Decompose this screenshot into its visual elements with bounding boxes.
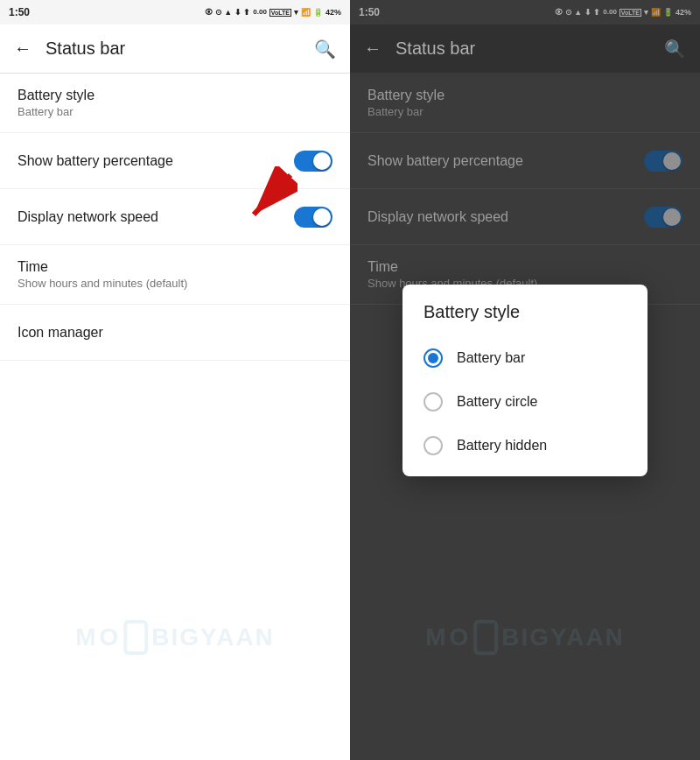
left-watermark: M O BIGYAAN bbox=[75, 620, 275, 655]
wifi-icon: ▾ bbox=[294, 9, 298, 17]
battery-percent: 42% bbox=[326, 9, 341, 17]
left-battery-style-subtitle: Battery bar bbox=[18, 105, 94, 118]
left-app-header: ← Status bar 🔍 bbox=[0, 25, 350, 74]
battery-icon: 🔋 bbox=[313, 9, 323, 17]
left-time: 1:50 bbox=[9, 6, 30, 18]
dialog-option-battery-circle[interactable]: Battery circle bbox=[402, 380, 648, 424]
right-panel: 1:50 ⦿ ⊙ ▲ ⬇ ⬆ 0.00 VoLTE ▾ 📶 🔋 42% ← St… bbox=[350, 0, 700, 760]
left-network-speed-title: Display network speed bbox=[18, 209, 158, 225]
battery-circle-label: Battery circle bbox=[457, 394, 537, 410]
data-indicator: 0.00 bbox=[253, 9, 267, 16]
dialog-option-battery-bar[interactable]: Battery bar bbox=[402, 336, 648, 380]
left-status-bar: 1:50 ⦿ ⊙ ▲ ⬇ ⬆ 0.00 VoLTE ▾ 📶 🔋 42% bbox=[0, 0, 350, 25]
left-network-speed-toggle-knob bbox=[313, 208, 331, 226]
left-icon-manager-title: Icon manager bbox=[18, 325, 103, 341]
battery-bar-label: Battery bar bbox=[457, 350, 525, 366]
left-settings-list: Battery style Battery bar Show battery p… bbox=[0, 74, 350, 760]
left-battery-pct-toggle[interactable] bbox=[294, 151, 332, 172]
left-time-subtitle: Show hours and minutes (default) bbox=[18, 277, 187, 290]
dialog-option-battery-hidden[interactable]: Battery hidden bbox=[402, 424, 648, 468]
left-header-title: Status bar bbox=[46, 39, 300, 59]
dialog-title: Battery style bbox=[402, 302, 648, 336]
left-setting-time[interactable]: Time Show hours and minutes (default) bbox=[0, 245, 350, 305]
left-setting-network-speed[interactable]: Display network speed bbox=[0, 189, 350, 245]
left-setting-battery-percentage[interactable]: Show battery percentage bbox=[0, 133, 350, 189]
battery-hidden-radio[interactable] bbox=[424, 436, 443, 455]
left-network-speed-toggle[interactable] bbox=[294, 207, 332, 228]
left-search-button[interactable]: 🔍 bbox=[314, 39, 336, 60]
battery-hidden-label: Battery hidden bbox=[457, 438, 547, 454]
left-back-button[interactable]: ← bbox=[14, 39, 32, 59]
left-time-title: Time bbox=[18, 259, 187, 275]
left-battery-style-title: Battery style bbox=[18, 88, 94, 103]
notification-icons: ⦿ ⊙ ▲ ⬇ ⬆ bbox=[205, 9, 250, 17]
signal-icon: 📶 bbox=[301, 9, 311, 17]
battery-bar-radio-inner bbox=[428, 353, 438, 363]
battery-style-dialog: Battery style Battery bar Battery circle… bbox=[402, 285, 648, 476]
watermark-bigyaan: BIGYAAN bbox=[151, 623, 275, 651]
left-setting-battery-style[interactable]: Battery style Battery bar bbox=[0, 74, 350, 133]
battery-bar-radio[interactable] bbox=[424, 348, 443, 368]
left-battery-pct-title: Show battery percentage bbox=[18, 153, 173, 169]
watermark-o: O bbox=[100, 623, 121, 651]
left-setting-icon-manager[interactable]: Icon manager bbox=[0, 305, 350, 361]
watermark-phone-icon bbox=[123, 620, 148, 655]
watermark-m: M bbox=[75, 623, 97, 651]
left-status-icons: ⦿ ⊙ ▲ ⬇ ⬆ 0.00 VoLTE ▾ 📶 🔋 42% bbox=[205, 9, 341, 17]
dialog-overlay[interactable]: Battery style Battery bar Battery circle… bbox=[350, 0, 700, 760]
battery-circle-radio[interactable] bbox=[424, 392, 443, 412]
left-panel: 1:50 ⦿ ⊙ ▲ ⬇ ⬆ 0.00 VoLTE ▾ 📶 🔋 42% ← St… bbox=[0, 0, 350, 760]
left-battery-pct-toggle-knob bbox=[313, 152, 331, 170]
volte-badge: VoLTE bbox=[270, 9, 291, 17]
